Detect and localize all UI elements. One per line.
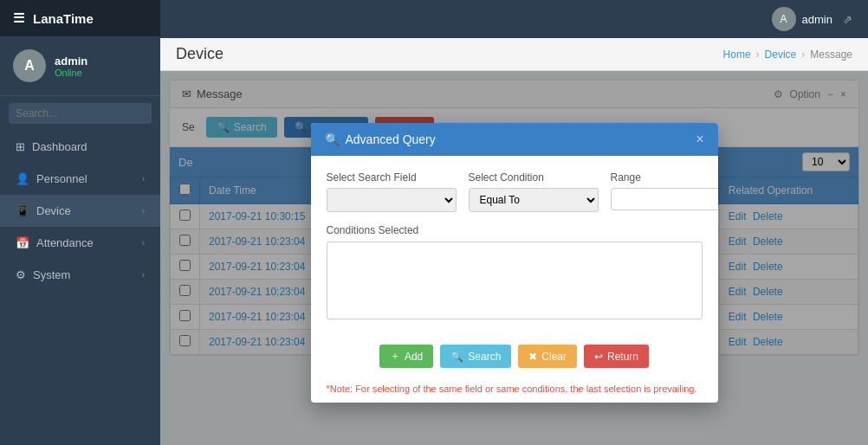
search-icon: 🔍 xyxy=(450,351,463,363)
add-button[interactable]: ＋ Add xyxy=(379,345,433,368)
admin-label: admin xyxy=(802,13,832,26)
sidebar-item-device[interactable]: 📱 Device › xyxy=(0,195,160,227)
user-status: Online xyxy=(55,68,87,78)
hamburger-icon[interactable]: ☰ xyxy=(13,10,24,26)
modal-footer: ＋ Add 🔍 Search ✖ Clear ↩ Return xyxy=(311,338,718,380)
range-input[interactable] xyxy=(611,188,718,210)
conditions-label: Conditions Selected xyxy=(327,224,703,236)
user-info: admin Online xyxy=(55,55,87,78)
modal-overlay: 🔍 Advanced Query × Select Search Field D… xyxy=(160,71,868,445)
share-icon[interactable]: ⇗ xyxy=(843,13,852,26)
modal-search-button[interactable]: 🔍 Search xyxy=(440,345,511,368)
search-field-label: Select Search Field xyxy=(327,171,457,184)
breadcrumb: Home › Device › Message xyxy=(723,48,852,61)
breadcrumb-sep: › xyxy=(801,48,805,61)
clear-icon: ✖ xyxy=(528,351,537,363)
range-group: Range xyxy=(611,171,718,210)
sidebar-item-personnel[interactable]: 👤 Personnel › xyxy=(0,163,160,195)
modal-title: 🔍 Advanced Query xyxy=(325,132,436,146)
sidebar-item-label: Dashboard xyxy=(32,140,87,153)
dashboard-icon: ⊞ xyxy=(16,140,25,153)
range-label: Range xyxy=(611,171,718,184)
plus-icon: ＋ xyxy=(390,349,400,364)
sidebar-search-box[interactable] xyxy=(0,96,160,131)
search-field-select[interactable]: Date Time Verification In/Out Work Code … xyxy=(327,188,457,212)
modal-close-button[interactable]: × xyxy=(696,132,703,147)
conditions-textarea[interactable] xyxy=(327,242,703,319)
attendance-icon: 📅 xyxy=(16,236,29,249)
system-icon: ⚙ xyxy=(16,268,26,281)
sidebar-item-label: System xyxy=(33,268,70,281)
chevron-right-icon: › xyxy=(142,174,145,184)
sidebar-user: A admin Online xyxy=(0,36,160,96)
advanced-query-modal: 🔍 Advanced Query × Select Search Field D… xyxy=(311,123,718,403)
chevron-right-icon: › xyxy=(142,238,145,248)
breadcrumb-sep: › xyxy=(756,48,760,61)
condition-group: Select Condition Equal To Not Equal To G… xyxy=(469,171,599,212)
chevron-right-icon: › xyxy=(142,206,145,216)
conditions-section: Conditions Selected xyxy=(327,224,703,322)
sidebar-item-label: Device xyxy=(36,204,71,217)
personnel-icon: 👤 xyxy=(16,172,29,185)
chevron-right-icon: › xyxy=(142,270,145,280)
modal-title-text: Advanced Query xyxy=(346,132,436,146)
modal-form-row: Select Search Field Date Time Verificati… xyxy=(327,171,703,212)
top-navbar: A admin ⇗ xyxy=(160,0,868,38)
breadcrumb-device[interactable]: Device xyxy=(765,48,797,61)
device-icon: 📱 xyxy=(16,204,29,217)
condition-select[interactable]: Equal To Not Equal To Greater Than Less … xyxy=(469,188,599,212)
admin-user-section[interactable]: A admin xyxy=(772,7,832,31)
breadcrumb-home[interactable]: Home xyxy=(723,48,751,61)
avatar: A xyxy=(13,49,46,82)
sidebar-item-dashboard[interactable]: ⊞ Dashboard xyxy=(0,131,160,163)
sidebar-item-attendance[interactable]: 📅 Attendance › xyxy=(0,227,160,259)
sidebar-item-system[interactable]: ⚙ System › xyxy=(0,259,160,291)
app-title: LanaTime xyxy=(33,11,94,26)
modal-body: Select Search Field Date Time Verificati… xyxy=(311,156,718,338)
admin-avatar: A xyxy=(772,7,796,31)
sidebar-item-label: Personnel xyxy=(36,172,87,185)
sidebar-search-input[interactable] xyxy=(9,103,152,124)
modal-note: *Note: For selecting of the same field o… xyxy=(311,380,718,403)
return-button[interactable]: ↩ Return xyxy=(584,345,649,368)
modal-header: 🔍 Advanced Query × xyxy=(311,123,718,156)
sidebar-header: ☰ LanaTime xyxy=(0,0,160,36)
breadcrumb-bar: Device Home › Device › Message xyxy=(160,38,868,71)
page-title: Device xyxy=(176,45,223,63)
modal-clear-button[interactable]: ✖ Clear xyxy=(518,345,577,368)
content-area: ✉ Message ⚙ Option − × Se 🔍 Search xyxy=(160,71,868,445)
return-icon: ↩ xyxy=(594,351,603,363)
breadcrumb-message: Message xyxy=(810,48,852,61)
main-content: A admin ⇗ Device Home › Device › Message… xyxy=(160,0,868,445)
search-field-group: Select Search Field Date Time Verificati… xyxy=(327,171,457,212)
sidebar: ☰ LanaTime A admin Online ⊞ Dashboard 👤 … xyxy=(0,0,160,445)
modal-title-icon: 🔍 xyxy=(325,132,340,146)
username: admin xyxy=(55,55,87,68)
condition-label: Select Condition xyxy=(469,171,599,184)
sidebar-item-label: Attendance xyxy=(36,236,94,249)
